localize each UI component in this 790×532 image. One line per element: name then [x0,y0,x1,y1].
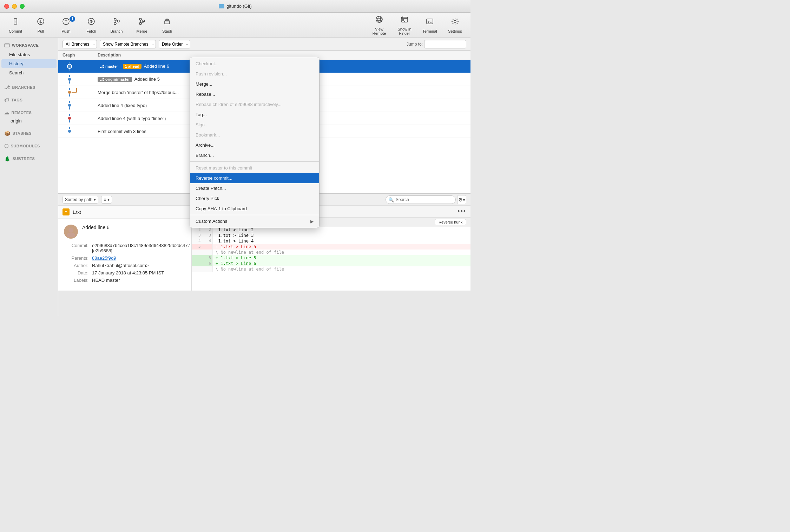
commit-labels: HEAD master [92,278,120,283]
maximize-button[interactable] [20,4,25,9]
branch-bar: All Branches Show Remote Branches Date O… [58,38,470,51]
terminal-button[interactable]: Terminal [419,15,441,36]
reverse-hunk-button[interactable]: Reverse hunk [435,219,466,225]
tags-section: 🏷 TAGS [0,93,58,106]
merge-button[interactable]: Merge [131,15,153,36]
svg-point-40 [68,91,71,94]
ctx-item-merge[interactable]: Merge... [190,79,319,89]
terminal-button-wrap: Terminal [419,15,441,36]
branch-icon [112,17,121,28]
svg-point-36 [68,78,71,81]
view-remote-button[interactable]: View Remote [368,15,390,36]
context-menu: Checkout... Push revision... Merge... Re… [190,57,320,228]
view-remote-button-wrap: View Remote [368,15,390,36]
toolbar: Commit Pull Push [0,13,470,38]
ctx-item-bookmark: Bookmark... [190,130,319,140]
branch-filter-select[interactable]: All Branches [62,40,97,48]
diff-settings-button[interactable]: ⚙▾ [457,195,466,204]
diff-line-nums: 5 [192,255,213,261]
list-icon: ≡ [104,197,106,202]
jump-to: Jump to: [407,40,466,48]
show-in-finder-label: Show in Finder [393,27,416,35]
jump-to-select[interactable] [424,40,466,48]
traffic-lights [4,4,25,9]
commit-graph [62,127,98,135]
settings-button-wrap: Settings [444,15,466,36]
pull-button[interactable]: Pull [29,15,52,36]
view-remote-label: View Remote [368,27,390,35]
push-label: Push [61,29,70,33]
remote-branches-wrap: Show Remote Branches [100,40,156,48]
sidebar-item-history[interactable]: History [1,59,57,68]
fetch-button[interactable]: Fetch [80,15,103,36]
ctx-item-copy-sha[interactable]: Copy SHA-1 to Clipboard [190,204,319,214]
minimize-button[interactable] [12,4,17,9]
subtrees-header[interactable]: 🌲 SUBTREES [0,154,58,163]
settings-button[interactable]: Settings [444,15,466,36]
commit-graph [62,88,98,97]
close-button[interactable] [4,4,9,9]
submodule-section-icon: ⬡ [4,143,9,149]
sort-chevron-icon: ▾ [94,197,96,202]
stashes-section: 📦 STASHES [0,126,58,139]
svg-point-48 [67,233,75,237]
sidebar-item-search[interactable]: Search [1,68,57,77]
terminal-icon [426,17,434,28]
tags-header[interactable]: 🏷 TAGS [0,96,58,104]
ctx-item-create-patch[interactable]: Create Patch... [190,183,319,193]
svg-point-30 [454,20,456,22]
ctx-item-archive[interactable]: Archive... [190,140,319,150]
sidebar-item-origin[interactable]: origin [0,117,58,125]
date-order-select[interactable]: Date Order [159,40,190,48]
ctx-divider-1 [190,161,319,162]
diff-line-nums: 3 3 [192,233,213,238]
branch-button-wrap: Branch [105,15,128,36]
ctx-item-branch[interactable]: Branch... [190,150,319,160]
svg-point-14 [139,18,141,20]
commit-button[interactable]: Commit [4,15,27,36]
ctx-item-rebase[interactable]: Rebase... [190,89,319,99]
pull-button-wrap: Pull [29,15,52,36]
diff-line-added: 5 + 1.txt > Line 5 [192,255,470,261]
remote-branches-select[interactable]: Show Remote Branches [100,40,156,48]
ctx-item-reverse-commit[interactable]: Reverse commit... [190,173,319,183]
stash-button-wrap: Stash [156,15,178,36]
diff-line-nums: 5 [192,244,213,250]
svg-point-42 [68,104,71,107]
diff-more-button[interactable]: ••• [457,208,466,215]
ctx-item-cherry-pick[interactable]: Cherry Pick [190,193,319,204]
ctx-item-custom-actions[interactable]: Custom Actions ▶ [190,216,319,226]
diff-line-nums [192,250,213,255]
show-in-finder-button[interactable]: Show in Finder [393,15,416,36]
toolbar-right: View Remote Show in Finder [368,15,466,36]
branches-section: ⎇ BRANCHES [0,80,58,93]
diff-line-content: \ No newline at end of file [213,266,470,272]
file-name: 1.txt [72,210,81,215]
commit-icon [11,17,20,28]
terminal-label: Terminal [422,29,437,33]
sidebar-item-file-status[interactable]: File status [1,50,57,59]
remotes-header[interactable]: ☁ REMOTES [0,108,58,117]
stashes-header[interactable]: 📦 STASHES [0,129,58,138]
view-remote-icon [375,15,383,26]
commit-parents[interactable]: 88ae25f9d9 [92,255,116,261]
commit-message: Added line 6 [82,225,110,230]
stash-button[interactable]: Stash [156,15,178,36]
svg-line-27 [404,21,405,22]
ahead-tag: 1 ahead [123,64,141,69]
commit-graph [62,101,98,109]
push-badge: 1 [70,16,75,22]
diff-line-nums [192,266,213,272]
submodules-header[interactable]: ⬡ SUBMODULES [0,142,58,150]
sort-by-path-button[interactable]: Sorted by path ▾ [62,196,98,204]
remote-section-icon: ☁ [4,110,9,115]
settings-label: Settings [448,29,462,33]
branches-header[interactable]: ⎇ BRANCHES [0,83,58,92]
list-view-button[interactable]: ≡ ▾ [101,196,112,204]
file-item[interactable]: M 1.txt [58,206,191,219]
diff-line-content: - 1.txt > Line 5 [213,244,470,250]
branch-button[interactable]: Branch [105,15,128,36]
search-input[interactable] [386,195,456,204]
diff-line-content: \ No newline at end of file [213,250,470,255]
ctx-item-tag[interactable]: Tag... [190,109,319,120]
